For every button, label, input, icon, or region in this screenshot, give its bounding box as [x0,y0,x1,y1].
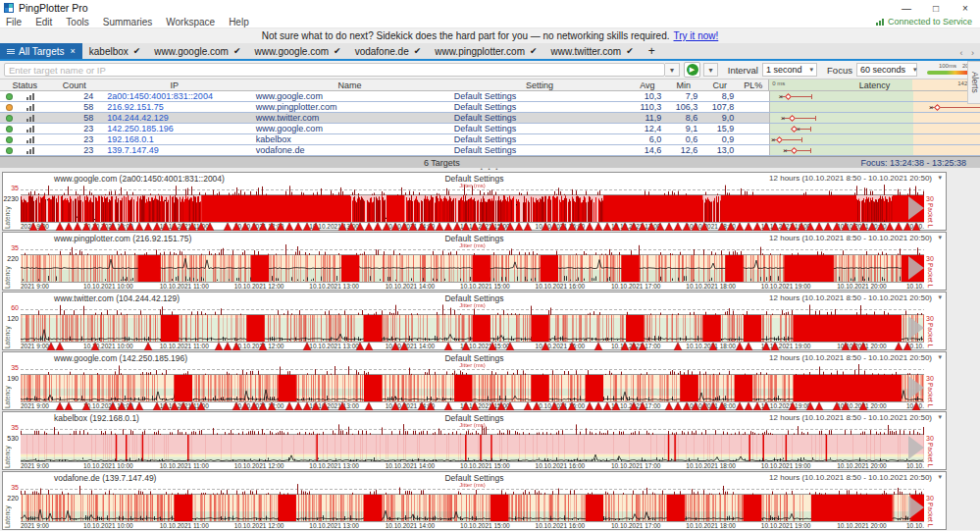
menu-help[interactable]: Help [229,17,249,27]
mini-chart-icon[interactable] [26,126,35,133]
range-dropdown-icon[interactable]: ▾ [938,413,942,421]
graph-time-range[interactable]: 12 hours (10.10.2021 8:50 - 10.10.2021 2… [769,413,932,422]
time-axis: 2021 9:0010.10.2021 10:0010.10.2021 11:0… [21,461,924,469]
table-row[interactable]: 23 139.7.147.49 vodafone.de Default Sett… [0,145,980,156]
mini-chart-icon[interactable] [26,93,35,100]
focus-range: Focus: 13:24:38 - 13:25:38 [860,158,966,168]
scroll-right-arrow[interactable] [908,436,924,459]
add-target-tab[interactable]: + [641,43,663,59]
col-name[interactable]: Name [250,80,450,90]
col-cur[interactable]: Cur [701,80,738,90]
setting-link[interactable]: Default Settings [450,113,630,123]
target-graph[interactable]: www.pingplotter.com (216.92.151.75) Defa… [2,232,947,291]
table-row[interactable]: 23 192.168.0.1 kabelbox Default Settings… [0,134,980,145]
range-dropdown-icon[interactable]: ▾ [938,293,942,301]
latency-plot[interactable] [21,195,924,222]
ip-link[interactable]: 104.244.42.129 [99,113,250,123]
ip-link[interactable]: 216.92.151.75 [99,102,250,112]
range-dropdown-icon[interactable]: ▾ [938,473,942,481]
close-icon[interactable]: × [951,3,980,14]
focus-select[interactable]: 60 seconds▾ [856,63,917,77]
menu-summaries[interactable]: Summaries [103,17,153,27]
maximize-icon[interactable]: □ [921,3,951,14]
target-graph[interactable]: kabelbox (192.168.0.1) Default Settings … [2,411,947,470]
table-row[interactable]: 23 142.250.185.196 www.google.com Defaul… [0,124,980,134]
ip-link[interactable]: 192.168.0.1 [99,134,250,144]
menu-file[interactable]: File [6,17,22,27]
target-tab[interactable]: kabelbox✔ [82,43,148,59]
target-input[interactable] [4,63,665,77]
mini-chart-icon[interactable] [26,136,35,143]
range-dropdown-icon[interactable]: ▾ [938,234,942,241]
check-icon: ✔ [334,46,341,56]
menu-workspace[interactable]: Workspace [166,17,215,27]
ip-link[interactable]: 2a00:1450:4001:831::2004 [99,91,250,101]
target-graph[interactable]: www.google.com (2a00:1450:4001:831::2004… [2,172,947,231]
setting-link[interactable]: Default Settings [450,145,630,155]
target-graph[interactable]: www.twitter.com (104.244.42.129) Default… [2,292,947,350]
latency-plot[interactable] [21,495,924,521]
table-row[interactable]: 24 2a00:1450:4001:831::2004 www.google.c… [0,91,980,102]
latency-marker [776,135,783,142]
trace-options-dropdown-icon[interactable]: ▾ [703,63,718,77]
col-avg[interactable]: Avg [629,80,665,90]
graph-time-range[interactable]: 12 hours (10.10.2021 8:50 - 10.10.2021 2… [769,353,932,362]
ip-link[interactable]: 139.7.147.49 [99,145,250,155]
latency-plot[interactable] [21,375,924,401]
check-icon: ✔ [626,46,634,56]
mini-chart-icon[interactable] [26,147,35,154]
alerts-side-tab[interactable]: Alerts [967,61,980,104]
menu-tools[interactable]: Tools [66,17,88,27]
table-row[interactable]: 58 104.244.42.129 www.twitter.com Defaul… [0,113,980,124]
start-trace-button[interactable]: ▶ [684,62,700,78]
target-graph[interactable]: www.google.com (142.250.185.196) Default… [2,351,947,410]
minimize-icon[interactable]: — [892,3,921,14]
col-status[interactable]: Status [0,80,50,90]
ip-link[interactable]: 142.250.185.196 [99,124,250,133]
range-dropdown-icon[interactable]: ▾ [938,174,942,182]
title-bar: PingPlotter Pro — □ × [0,0,980,16]
packet-loss-axis-max: 30 [926,495,934,502]
target-tab[interactable]: vodafone.de✔ [348,43,429,59]
mini-chart-icon[interactable] [26,115,35,122]
col-count[interactable]: Count [50,80,100,90]
col-min[interactable]: Min [665,80,701,90]
graph-time-range[interactable]: 12 hours (10.10.2021 8:50 - 10.10.2021 2… [769,473,932,482]
interval-select[interactable]: 1 second▾ [762,63,817,77]
range-dropdown-icon[interactable]: ▾ [938,353,942,361]
table-row[interactable]: 58 216.92.151.75 www.pingplotter.com Def… [0,102,980,113]
latency-plot[interactable] [21,255,924,282]
min-marker: × [929,103,934,112]
jitter-strip: Jitter (ms) [21,363,924,375]
latency-plot[interactable] [21,435,924,461]
graph-time-range[interactable]: 12 hours (10.10.2021 8:50 - 10.10.2021 2… [769,234,932,242]
target-dropdown-icon[interactable]: ▾ [665,63,679,77]
target-graph[interactable]: vodafone.de (139.7.147.49) Default Setti… [2,471,947,530]
col-setting[interactable]: Setting [450,80,630,90]
graph-time-range[interactable]: 12 hours (10.10.2021 8:50 - 10.10.2021 2… [769,174,932,183]
setting-link[interactable]: Default Settings [450,134,630,144]
scroll-right-arrow[interactable] [908,316,924,340]
scroll-right-arrow[interactable] [908,256,924,280]
setting-link[interactable]: Default Settings [450,91,630,101]
target-tab[interactable]: www.twitter.com✔ [544,43,641,59]
scroll-right-arrow[interactable] [908,376,924,399]
try-it-now-link[interactable]: Try it now! [674,30,719,41]
col-ip[interactable]: IP [99,80,250,90]
setting-link[interactable]: Default Settings [450,102,630,112]
menu-edit[interactable]: Edit [35,17,52,27]
col-pl[interactable]: PL% [738,80,768,90]
scroll-right-arrow[interactable] [908,496,924,519]
tab-close-icon[interactable]: × [71,46,76,56]
scroll-right-arrow[interactable] [908,196,924,220]
latency-plot[interactable] [21,315,924,342]
graph-time-range[interactable]: 12 hours (10.10.2021 8:50 - 10.10.2021 2… [769,293,932,302]
setting-link[interactable]: Default Settings [450,124,630,133]
tab-all-targets[interactable]: All Targets × [0,43,82,59]
tab-scroll-arrows[interactable]: ‹ › [960,48,978,58]
target-tab[interactable]: www.google.com✔ [147,43,247,59]
target-tab[interactable]: www.pingplotter.com✔ [428,43,543,59]
target-tab[interactable]: www.google.com✔ [248,43,348,59]
summary-list-icon [7,48,15,55]
mini-chart-icon[interactable] [26,104,35,111]
